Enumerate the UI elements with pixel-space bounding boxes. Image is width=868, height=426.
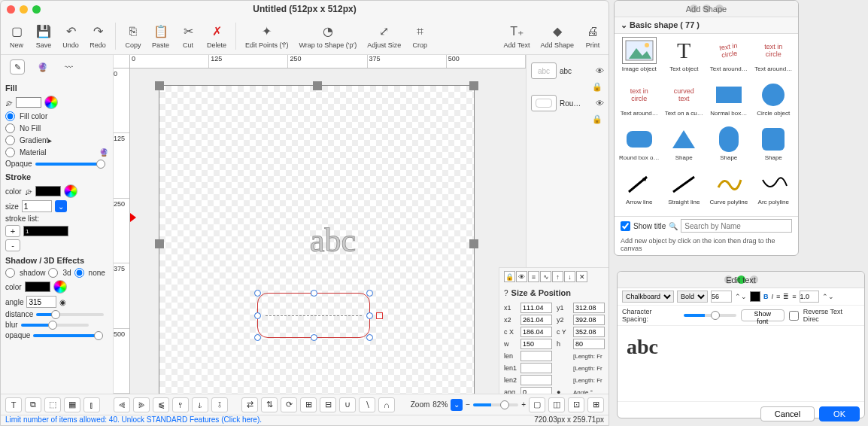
stepper-icon[interactable]: ⌃⌄ [735,293,747,300]
len-input[interactable] [520,351,552,361]
magnet-button[interactable]: ⧉ [25,397,41,412]
intersect-button[interactable]: ∩ [378,397,395,412]
selection-handle[interactable] [366,290,373,297]
shadow-angle-input[interactable] [26,296,56,308]
align-middle-button[interactable]: ⫰ [192,397,208,412]
fill-swatch[interactable] [16,97,41,108]
align-top-button[interactable]: ⫯ [172,397,189,412]
print-button[interactable]: 🖨Print [581,22,604,50]
material-radio[interactable] [5,148,15,157]
stroke-add-button[interactable]: + [5,225,20,237]
sp-eye-button[interactable]: 👁 [516,271,527,282]
line-height-input[interactable] [800,291,819,303]
sp-curve-button[interactable]: ∿ [540,271,551,282]
threed-radio[interactable] [48,268,58,278]
cancel-button[interactable]: Cancel [760,406,815,421]
shadow-color-wheel[interactable] [53,280,67,294]
y2-input[interactable] [573,315,605,325]
shape-capsule[interactable]: Shape [707,126,751,169]
rotate-button[interactable]: ⟳ [281,397,297,412]
flip-h-button[interactable]: ⇄ [241,397,258,412]
selection-handle[interactable] [366,334,373,341]
stroke-color-wheel[interactable] [64,184,77,198]
eyedropper-icon[interactable]: ⌮ [5,99,13,107]
shadow-radio[interactable] [5,268,15,278]
ungroup-button[interactable]: ⊟ [320,397,336,412]
view-mode-4-button[interactable]: ⊞ [587,397,604,412]
none-radio[interactable] [74,268,84,278]
shape-round-box[interactable]: Round box o… [618,126,661,169]
sp-close-button[interactable]: ✕ [576,271,587,282]
cut-button[interactable]: ✂Cut [177,22,199,50]
selection-handle[interactable] [366,312,373,319]
distribute-button[interactable]: ⫿ [83,397,100,412]
wrap-button[interactable]: ◔Wrap to Shape ('p') [296,22,360,50]
new-button[interactable]: ▢New [5,22,28,50]
visibility-icon[interactable]: 👁 [596,99,604,108]
no-fill-radio[interactable] [5,123,15,133]
shape-category-row[interactable]: ⌄ Basic shape ( 77 ) [615,17,798,34]
zoom-out-button[interactable]: − [466,400,470,409]
group-button[interactable]: ⊞ [300,397,317,412]
artboard[interactable]: abc [159,85,475,394]
zoom-slider[interactable] [473,403,518,406]
shape-text-around-2[interactable]: text in circleText around… [752,37,796,80]
align-right-button[interactable]: ≡ [792,293,796,300]
align-bottom-button[interactable]: ⫱ [211,397,228,412]
stroke-swatch[interactable] [35,186,61,196]
shape-straight-line[interactable]: Straight line [663,170,706,213]
zoom-in-button[interactable]: + [521,400,526,409]
font-family-select[interactable]: Chalkboard [622,291,674,303]
x2-input[interactable] [520,315,552,325]
canvas-text-abc[interactable]: abc [310,221,356,260]
sp-align-button[interactable]: ≡ [528,271,539,282]
sp-up-button[interactable]: ↑ [552,271,563,282]
artboard-handle[interactable] [155,81,164,90]
artboard-handle[interactable] [155,239,164,248]
shape-triangle[interactable]: Shape [663,126,706,169]
align-left-button[interactable]: ≡ [776,293,780,300]
lock-icon[interactable]: 🔒 [592,114,602,123]
close-window-icon[interactable] [7,5,15,14]
stroke-remove-button[interactable]: - [5,239,20,251]
selection-handle[interactable] [311,334,317,341]
shape-image-object[interactable]: Image object [618,37,661,80]
view-mode-3-button[interactable]: ⊡ [568,397,584,412]
shape-text-around-3[interactable]: text in circleText around… [618,81,661,124]
paste-button[interactable]: 📋Paste [149,22,172,50]
panel-tab-path[interactable]: 〰 [61,59,76,75]
panel-tab-pencil[interactable]: ✎ [10,59,25,75]
reverse-text-checkbox[interactable] [789,311,799,321]
shape-normal-box[interactable]: Normal box… [707,81,751,124]
edit-text-area[interactable]: abc [618,326,864,401]
shape-search-input[interactable] [681,219,792,233]
italic-button[interactable]: I [772,293,774,300]
shape-text-object[interactable]: TText object [663,37,706,80]
cx-input[interactable] [520,327,552,337]
save-button[interactable]: 💾Save [32,22,55,50]
shape-arc-polyline[interactable]: Arc polyline [752,170,796,213]
selection-handle[interactable] [254,312,261,319]
selection-handle[interactable] [254,334,261,341]
w-input[interactable] [520,339,552,349]
shape-circle[interactable]: Circle object [752,81,796,124]
canvas-selected-shape[interactable] [257,293,370,338]
stroke-size-dropdown[interactable]: ⌄ [55,200,67,212]
h-input[interactable] [573,339,605,349]
fill-color-wheel[interactable] [44,96,58,109]
gradient-radio[interactable] [5,135,15,145]
font-weight-select[interactable]: Bold [677,291,708,303]
view-mode-1-button[interactable]: ▢ [529,397,545,412]
shape-square-round[interactable]: Shape [752,126,796,169]
stroke-list-item[interactable]: 1 [23,226,68,236]
grid-button[interactable]: ▦ [64,397,80,412]
union-button[interactable]: ∪ [339,397,356,412]
visibility-icon[interactable]: 👁 [596,66,604,75]
y1-input[interactable] [573,303,605,313]
flip-v-button[interactable]: ⇅ [261,397,278,412]
lock-icon[interactable]: 🔒 [592,82,602,91]
zoom-dropdown[interactable]: ⌄ [451,399,463,411]
artboard-handle[interactable] [313,81,322,90]
sp-down-button[interactable]: ↓ [564,271,575,282]
selection-handle[interactable] [254,290,261,297]
